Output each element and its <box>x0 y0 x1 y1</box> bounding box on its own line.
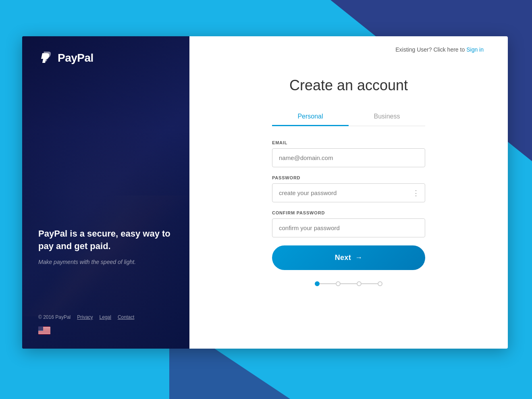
copyright-text: © 2016 PayPal <box>38 314 71 320</box>
paypal-tagline-main: PayPal is a secure, easy way to pay and … <box>38 228 173 253</box>
confirm-password-input[interactable] <box>272 218 425 237</box>
next-button[interactable]: Next → <box>272 245 425 270</box>
right-panel: Existing User? Click here to Sign in Cre… <box>189 36 508 349</box>
step-line-3 <box>362 283 378 284</box>
privacy-link[interactable]: Privacy <box>77 314 93 320</box>
password-toggle-icon[interactable]: ⋮ <box>412 189 420 197</box>
step-dot-4 <box>378 281 382 286</box>
svg-rect-7 <box>38 331 50 332</box>
contact-link[interactable]: Contact <box>118 314 134 320</box>
email-label: EMAIL <box>272 140 425 145</box>
password-input[interactable] <box>272 183 425 202</box>
step-dot-1 <box>315 281 320 286</box>
paypal-logo-text: PayPal <box>58 52 94 64</box>
next-button-label: Next <box>335 254 351 262</box>
right-header: Existing User? Click here to Sign in <box>214 36 484 61</box>
left-footer: © 2016 PayPal Privacy Legal Contact <box>38 314 173 335</box>
paypal-p-icon <box>38 50 54 66</box>
existing-user-text: Existing User? Click here to <box>395 46 465 53</box>
svg-rect-11 <box>38 333 50 334</box>
svg-rect-12 <box>38 334 50 335</box>
sign-in-link[interactable]: Sign in <box>466 46 484 53</box>
password-field-group: PASSWORD ⋮ <box>272 175 425 202</box>
step-line-1 <box>320 283 336 284</box>
paypal-logo: PayPal <box>38 50 173 66</box>
svg-rect-9 <box>38 332 50 333</box>
right-body: Create an account Personal Business EMAI… <box>214 61 484 332</box>
tab-business[interactable]: Business <box>349 108 425 126</box>
legal-link[interactable]: Legal <box>100 314 111 320</box>
svg-rect-8 <box>38 331 50 332</box>
confirm-password-field-group: CONFIRM PASSWORD <box>272 210 425 237</box>
step-dot-2 <box>336 281 341 286</box>
account-type-tabs: Personal Business <box>272 108 425 126</box>
confirm-password-label: CONFIRM PASSWORD <box>272 210 425 215</box>
us-flag-icon <box>38 326 50 335</box>
svg-rect-13 <box>38 326 43 331</box>
password-input-wrapper: ⋮ <box>272 183 425 202</box>
email-input[interactable] <box>272 148 425 167</box>
main-card: PayPal PayPal is a secure, easy way to p… <box>22 36 508 349</box>
left-footer-links: © 2016 PayPal Privacy Legal Contact <box>38 314 173 320</box>
next-button-arrow: → <box>355 254 362 262</box>
password-label: PASSWORD <box>272 175 425 180</box>
left-panel: PayPal PayPal is a secure, easy way to p… <box>22 36 189 349</box>
step-indicator <box>272 281 425 286</box>
step-dot-3 <box>357 281 362 286</box>
tab-personal[interactable]: Personal <box>272 108 349 126</box>
left-content: PayPal PayPal is a secure, easy way to p… <box>38 50 173 335</box>
step-line-2 <box>341 283 357 284</box>
svg-rect-10 <box>38 332 50 333</box>
paypal-tagline-sub: Make payments with the speed of light. <box>38 259 173 265</box>
signup-form: EMAIL PASSWORD ⋮ CONFIRM PASSWORD <box>272 140 425 286</box>
email-field-group: EMAIL <box>272 140 425 167</box>
page-title: Create an account <box>289 77 408 94</box>
